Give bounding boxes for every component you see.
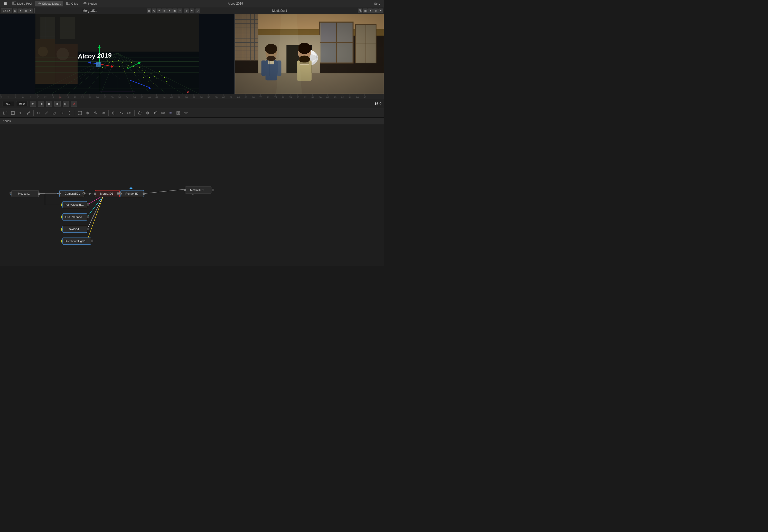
view-mode-r2[interactable]: ▾ [368, 8, 373, 13]
svg-rect-334 [212, 189, 214, 191]
polygon-tool[interactable] [136, 109, 143, 117]
eraser-tool[interactable] [51, 109, 58, 117]
goto-end-btn[interactable]: ⏭ [63, 101, 69, 107]
svg-point-62 [112, 61, 113, 62]
view-opt-c[interactable]: ▾ [157, 8, 161, 13]
expand-icon[interactable]: ⤢ [195, 8, 200, 13]
svg-text:96: 96 [356, 96, 358, 98]
blur-tool[interactable] [110, 109, 117, 117]
menu-item-media-pool[interactable]: Media Pool [10, 1, 34, 6]
play-btn[interactable]: ▶ [54, 101, 61, 107]
zoom-level-btn[interactable]: 12% ▾ [1, 8, 12, 13]
loop-btn[interactable]: ↺ [71, 101, 77, 107]
view-mode-btn2[interactable]: ▾ [18, 8, 23, 13]
svg-text:34: 34 [126, 96, 128, 98]
svg-rect-285 [156, 112, 157, 113]
fit-btn[interactable]: Fit [358, 8, 362, 13]
svg-point-94 [134, 72, 135, 73]
brush-tool[interactable] [43, 109, 50, 117]
wave-tool-2[interactable] [126, 109, 133, 117]
fog-tool[interactable] [182, 109, 189, 117]
start-time-display[interactable]: 0.0 [3, 101, 14, 106]
warp-tool[interactable] [92, 109, 99, 117]
menu-item-clips[interactable]: Clips [64, 1, 80, 6]
view-mode-r4[interactable]: ▾ [378, 8, 383, 13]
transform-tool[interactable] [77, 109, 84, 117]
svg-text:66: 66 [244, 96, 247, 98]
text-3d-tool[interactable]: T [151, 109, 159, 117]
svg-rect-162 [1, 94, 383, 99]
left-panel-label: Merge3D1 [36, 9, 143, 13]
svg-text:86: 86 [319, 96, 321, 98]
nodes-canvas[interactable]: MediaIn1 Camera3D1 Merge3D1 Render3D [0, 124, 384, 266]
viewer-options-btn2[interactable]: ▾ [28, 8, 33, 13]
app-menu-btn[interactable]: ☰ [2, 1, 9, 6]
viewer-options-btn[interactable]: ▦ [23, 8, 28, 13]
drop-tool[interactable] [66, 109, 73, 117]
step-back-btn[interactable]: ◀ [38, 101, 44, 107]
grid-3d-tool[interactable] [175, 109, 182, 117]
svg-point-269 [39, 112, 40, 112]
view-mode-btn[interactable]: ⊞ [13, 8, 17, 13]
svg-text:Merge3D1: Merge3D1 [100, 192, 113, 195]
svg-text:84: 84 [311, 96, 314, 98]
text-tool[interactable]: T [17, 109, 24, 117]
media-pool-icon [12, 2, 16, 6]
view-mode-r3[interactable]: ⊞ [373, 8, 378, 13]
view-opt-e[interactable]: ▾ [167, 8, 172, 13]
svg-text:28: 28 [103, 96, 106, 98]
goto-start-btn[interactable]: ⏮ [30, 101, 36, 107]
menu-item-nodes[interactable]: Nodes [81, 1, 99, 6]
svg-point-287 [161, 112, 165, 113]
svg-point-90 [108, 64, 109, 64]
svg-text:18: 18 [66, 96, 69, 98]
view-opt-b[interactable]: ⊕ [152, 8, 156, 13]
shape-3d-tool[interactable] [144, 109, 151, 117]
menu-label-media-pool: Media Pool [17, 2, 32, 5]
wave-tool[interactable] [118, 109, 125, 117]
svg-rect-345 [87, 216, 89, 218]
svg-point-69 [133, 66, 134, 67]
svg-point-89 [166, 81, 167, 82]
svg-point-82 [149, 77, 150, 78]
svg-point-63 [114, 64, 115, 64]
select-tool[interactable] [2, 109, 9, 117]
svg-text:MediaIn1: MediaIn1 [18, 192, 30, 195]
particle-tool[interactable] [35, 109, 42, 117]
svg-rect-263 [3, 111, 7, 115]
svg-text:GroundPlane: GroundPlane [65, 215, 82, 219]
select-tool-2[interactable] [9, 109, 16, 117]
grid-warp-tool[interactable] [100, 109, 107, 117]
svg-text:88: 88 [326, 96, 329, 98]
svg-text:32: 32 [118, 96, 121, 98]
svg-text:58: 58 [215, 96, 217, 98]
svg-text:52: 52 [193, 96, 195, 98]
svg-point-97 [148, 81, 148, 82]
svg-text:42: 42 [155, 96, 158, 98]
pen-tool[interactable] [25, 109, 32, 117]
end-time-display[interactable]: 98.0 [16, 101, 28, 106]
split-icon[interactable]: ⊕ [184, 8, 189, 13]
planet-tool[interactable] [159, 109, 166, 117]
view-mode-r1[interactable]: ▦ [363, 8, 367, 13]
svg-text:50: 50 [185, 96, 188, 98]
nodes-more-btn[interactable]: ··· [378, 119, 381, 123]
view-opt-f[interactable]: ▣ [172, 8, 177, 13]
material-tool[interactable] [167, 109, 174, 117]
view-opt-d[interactable]: ⊞ [162, 8, 167, 13]
view-opt-g[interactable]: ··· [177, 8, 182, 13]
top-right-btn[interactable]: Sp... [372, 1, 382, 6]
crop-tool[interactable] [84, 109, 91, 117]
svg-point-91 [113, 65, 114, 65]
svg-point-282 [146, 112, 149, 114]
svg-text:94: 94 [348, 96, 351, 98]
stop-btn[interactable]: ⏹ [46, 101, 52, 107]
view-opt-a[interactable]: ▦ [147, 8, 151, 13]
menu-item-effects-library[interactable]: Effects Library [35, 1, 63, 6]
svg-point-77 [102, 67, 103, 68]
svg-point-75 [130, 70, 131, 71]
nodes-icon [83, 2, 87, 6]
brightness-tool[interactable] [58, 109, 65, 117]
viewer-area: ✕ [0, 14, 384, 94]
reset-view-btn[interactable]: ↺ [190, 8, 194, 13]
